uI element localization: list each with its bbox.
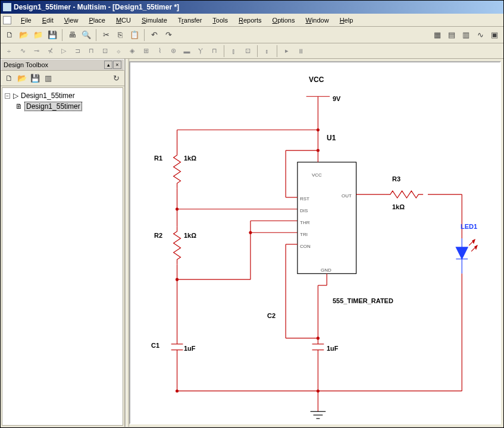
menu-place[interactable]: Place [84,15,110,25]
separator [224,45,224,57]
pin-rst: RST [300,196,309,202]
svg-marker-47 [472,240,475,243]
print-button[interactable]: 🖶 [65,29,79,42]
project-icon: ▷ [12,92,19,99]
menu-mcu[interactable]: MCU [111,15,136,25]
menu-options[interactable]: Options [268,15,300,25]
schematic-canvas[interactable]: VCC 9V U1 R1 1kΩ R2 1kΩ R3 1kΩ C1 1uF C2… [129,61,501,424]
panel-title: Design Toolbox [4,61,48,68]
comp-analog-button[interactable]: ▷ [58,45,70,57]
comp-mcu-button[interactable]: Ⲩ [195,45,206,57]
vcc-label: VCC [309,75,324,84]
led-label: LED1 [461,223,477,230]
r1-value: 1kΩ [184,155,196,162]
schematic-icon: 🗎 [15,103,23,110]
c1-label: C1 [151,342,159,349]
design-tree[interactable]: − ▷ Design1_55timer 🗎 Design1_55timer [2,87,123,426]
menu-edit[interactable]: Edit [37,15,58,25]
canvas-frame: VCC 9V U1 R1 1kΩ R2 1kΩ R3 1kΩ C1 1uF C2… [129,59,503,427]
comp-elmech-button[interactable]: ⊛ [167,45,179,57]
comp-connector-button[interactable]: ⊓ [208,45,220,57]
panel-open-button[interactable]: 📂 [16,73,28,84]
open-sample-button[interactable]: 📁 [32,29,45,42]
panel-sheet-button[interactable]: ▥ [42,73,54,84]
c1-value: 1uF [184,345,196,352]
separator [257,45,258,57]
tree-collapse-icon[interactable]: − [5,93,10,99]
pin-thr: THR [300,220,309,225]
r2-value: 1kΩ [184,232,196,239]
c2-label: C2 [267,312,276,319]
panel-close-button[interactable]: × [113,61,121,69]
panel-new-button[interactable]: 🗋 [3,73,15,84]
instrument-button-5[interactable]: ▣ [488,29,501,42]
comp-mixed-button[interactable]: ⟐ [112,45,124,57]
menu-reports[interactable]: Reports [234,15,267,25]
hier-button[interactable]: ⊡ [242,45,253,57]
menu-help[interactable]: Help [335,15,358,25]
main-toolbar: 🗋 📂 📁 💾 🖶 🔍 ✂ ⎘ 📋 ↶ ↷ ▦ ▤ ▥ ∿ ▣ [1,27,503,43]
redo-button[interactable]: ↷ [162,29,175,42]
paste-button[interactable]: 📋 [128,29,141,42]
pin-vcc: VCC [312,172,322,178]
instrument-button-3[interactable]: ▥ [459,29,472,42]
menu-simulate[interactable]: Simulate [137,15,172,25]
comp-misc-button[interactable]: ⊡ [99,45,111,57]
menu-window[interactable]: Window [300,15,333,25]
pin-out: OUT [342,193,352,199]
pin-dis: DIS [300,208,308,213]
panel-refresh-button[interactable]: ↻ [110,73,122,84]
tree-child-row[interactable]: 🗎 Design1_55timer [5,101,120,112]
instrument-button-1[interactable]: ▦ [431,29,444,42]
menu-view[interactable]: View [60,15,83,25]
stop-button[interactable]: ⏸ [295,45,306,57]
r3-label: R3 [392,175,400,182]
ic-type-label: 555_TIMER_RATED [333,297,393,304]
r1-label: R1 [154,155,162,162]
menu-tools[interactable]: Tools [208,15,233,25]
comp-diode-button[interactable]: ⊸ [30,45,42,57]
document-icon [3,16,11,24]
comp-power-button[interactable]: ⊞ [140,45,152,57]
comp-ttl-button[interactable]: ⊐ [71,45,83,57]
svg-marker-43 [456,247,468,259]
comp-rf-button[interactable]: ⌇ [154,45,165,57]
app-icon [3,3,11,11]
menu-bar: File Edit View Place MCU Simulate Transf… [1,14,503,27]
svg-rect-22 [298,162,356,274]
new-button[interactable]: 🗋 [3,29,16,42]
instrument-button-4[interactable]: ∿ [474,29,487,42]
comp-basic-button[interactable]: ∿ [17,45,29,57]
panel-title-bar: Design Toolbox ▴ × [1,59,124,71]
menu-file[interactable]: File [16,15,36,25]
run-button[interactable]: ▸ [281,45,293,57]
menu-transfer[interactable]: Transfer [173,15,207,25]
open-button[interactable]: 📂 [17,29,30,42]
pin-tri: TRI [300,232,308,237]
comp-transistor-button[interactable]: ⊀ [44,45,56,57]
comp-cmos-button[interactable]: ⊓ [85,45,97,57]
undo-button[interactable]: ↶ [148,29,161,42]
svg-point-21 [249,231,252,234]
comp-indicator-button[interactable]: ◈ [126,45,138,57]
design-toolbox-panel: Design Toolbox ▴ × 🗋 📂 💾 ▥ ↻ − ▷ Design1… [1,59,126,427]
svg-point-38 [317,337,319,339]
r3-value: 1kΩ [392,203,405,210]
probe-button[interactable]: ⫾ [261,45,273,57]
copy-button[interactable]: ⎘ [114,29,127,42]
comp-source-button[interactable]: ÷ [3,45,15,57]
bus-button[interactable]: ⫿ [228,45,240,57]
schematic-drawing: VCC 9V U1 R1 1kΩ R2 1kΩ R3 1kΩ C1 1uF C2… [130,62,500,423]
instrument-button-2[interactable]: ▤ [445,29,458,42]
tree-root-row[interactable]: − ▷ Design1_55timer [5,90,120,101]
separator [277,45,277,57]
window-title: Design1_55timer - Multisim - [Design1_55… [14,3,179,11]
cut-button[interactable]: ✂ [99,29,112,42]
pin-gnd: GND [321,268,331,273]
save-button[interactable]: 💾 [46,29,59,42]
panel-save-button[interactable]: 💾 [29,73,41,84]
panel-toolbar: 🗋 📂 💾 ▥ ↻ [1,71,124,86]
comp-ni-button[interactable]: ▬ [181,45,193,57]
panel-pin-button[interactable]: ▴ [104,61,112,69]
print-preview-button[interactable]: 🔍 [80,29,93,42]
